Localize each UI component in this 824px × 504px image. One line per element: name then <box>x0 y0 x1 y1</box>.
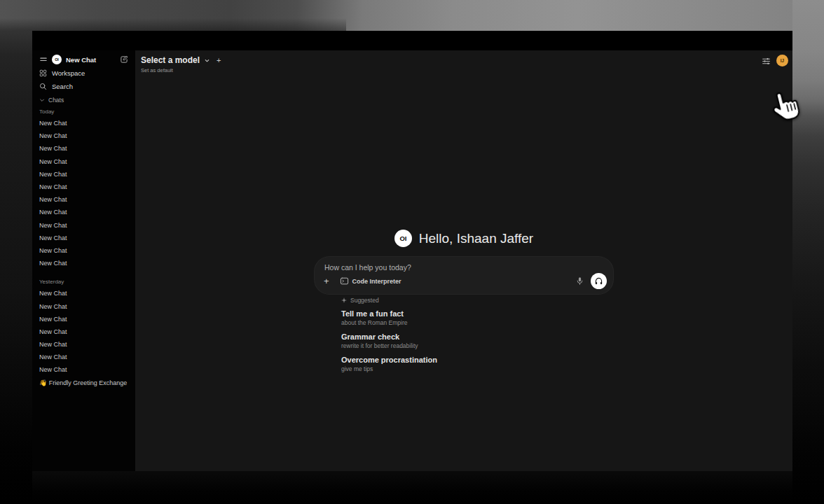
chats-section-toggle[interactable]: Chats <box>32 95 135 105</box>
chat-list-item[interactable]: New Chat <box>32 300 135 312</box>
chat-title: New Chat <box>39 366 67 373</box>
desktop-backdrop-right <box>792 0 824 504</box>
chat-list-yesterday: New Chat New Chat New Chat New Chat New … <box>32 287 135 389</box>
app-window: OI New Chat Workspace Searc <box>32 31 792 471</box>
code-interpreter-icon <box>340 276 349 286</box>
chat-group-label-today: Today <box>32 107 135 115</box>
main-area: Select a model + Set as default IJ OI He… <box>135 50 792 471</box>
chat-title: New Chat <box>39 120 67 127</box>
chat-list-item[interactable]: New Chat <box>32 130 135 142</box>
chat-list-item[interactable]: New Chat <box>32 117 135 130</box>
chat-list-item[interactable]: New Chat <box>32 168 135 181</box>
chat-list-item[interactable]: New Chat <box>32 326 135 338</box>
chat-list-item[interactable]: New Chat <box>32 351 135 363</box>
sidebar-item-label: Search <box>52 83 73 90</box>
chat-list-item[interactable]: New Chat <box>32 142 135 155</box>
sidebar-item-search[interactable]: Search <box>32 80 135 93</box>
suggested-prompt-subtitle: rewrite it for better readability <box>341 342 643 349</box>
workspace-grid-icon <box>39 69 47 77</box>
window-titlebar <box>32 31 792 50</box>
headphones-icon <box>594 276 603 286</box>
sidebar-toggle-icon[interactable] <box>39 55 48 64</box>
sidebar: OI New Chat Workspace Searc <box>32 50 135 471</box>
chat-list-item[interactable]: New Chat <box>32 155 135 168</box>
chat-title: New Chat <box>39 260 67 267</box>
suggested-list: Tell me a fun fact about the Roman Empir… <box>341 309 643 372</box>
sidebar-item-label: Workspace <box>52 69 85 77</box>
suggested-prompt[interactable]: Tell me a fun fact about the Roman Empir… <box>341 309 643 326</box>
suggested-prompt[interactable]: Grammar check rewrite it for better read… <box>341 332 643 349</box>
desktop-backdrop-left <box>0 31 32 504</box>
chat-title: New Chat <box>39 222 67 229</box>
chat-group-label-yesterday: Yesterday <box>32 277 135 286</box>
message-input[interactable] <box>324 263 571 274</box>
chat-title: New Chat <box>39 234 67 241</box>
model-selector[interactable]: Select a model + <box>141 55 221 65</box>
microphone-icon[interactable] <box>575 276 584 286</box>
app-logo-icon: OI <box>52 55 62 64</box>
chat-list-item[interactable]: New Chat <box>32 338 135 351</box>
sidebar-title: New Chat <box>66 56 116 64</box>
suggested-prompt[interactable]: Overcome procrastination give me tips <box>341 356 643 372</box>
desktop-backdrop-top <box>0 0 824 31</box>
chat-list-item[interactable]: New Chat <box>32 363 135 376</box>
sparkle-icon <box>341 298 347 303</box>
suggested-prompt-title: Grammar check <box>341 332 643 341</box>
chat-list-item[interactable]: New Chat <box>32 206 135 218</box>
set-as-default-button[interactable]: Set as default <box>141 67 173 74</box>
attach-plus-button[interactable]: + <box>324 276 329 286</box>
chat-title: New Chat <box>39 171 67 178</box>
suggested-label: Suggested <box>350 297 379 304</box>
chat-list-item[interactable]: New Chat <box>32 313 135 326</box>
model-selector-label: Select a model <box>141 55 200 65</box>
chat-list-item[interactable]: New Chat <box>32 181 135 193</box>
suggested-prompts: Suggested Tell me a fun fact about the R… <box>341 297 643 379</box>
sidebar-item-workspace[interactable]: Workspace <box>32 66 135 80</box>
chat-title: New Chat <box>39 247 67 254</box>
suggested-prompt-title: Overcome procrastination <box>341 356 643 364</box>
code-interpreter-label: Code Interpreter <box>352 278 401 285</box>
chat-title: New Chat <box>39 132 67 139</box>
controls-sliders-icon[interactable] <box>762 57 771 66</box>
suggested-prompt-subtitle: about the Roman Empire <box>341 319 643 326</box>
chat-list-item[interactable]: New Chat <box>32 257 135 270</box>
chat-title: New Chat <box>39 145 67 152</box>
chat-list-item[interactable]: New Chat <box>32 287 135 300</box>
message-composer: + Code Interpreter <box>314 256 614 295</box>
chevron-down-icon <box>204 57 210 64</box>
new-chat-icon[interactable] <box>120 55 128 64</box>
suggested-prompt-title: Tell me a fun fact <box>341 309 643 318</box>
chat-list-item[interactable]: New Chat <box>32 244 135 257</box>
chat-title: 👋 Friendly Greeting Exchange <box>39 379 127 386</box>
desktop-backdrop-bottom <box>32 471 792 504</box>
chat-title: New Chat <box>39 354 67 360</box>
chat-title: New Chat <box>39 316 67 323</box>
chat-title: New Chat <box>39 209 67 216</box>
chat-title: New Chat <box>39 328 67 335</box>
greeting-text: Hello, Ishaan Jaffer <box>419 231 533 246</box>
screen: OI New Chat Workspace Searc <box>0 0 824 504</box>
search-icon <box>39 83 47 90</box>
chat-list-item[interactable]: New Chat <box>32 219 135 232</box>
suggested-prompt-subtitle: give me tips <box>341 365 643 372</box>
code-interpreter-toggle[interactable]: Code Interpreter <box>340 276 401 286</box>
user-avatar[interactable]: IJ <box>776 55 788 66</box>
chat-title: New Chat <box>39 196 67 203</box>
chat-list-item[interactable]: New Chat <box>32 193 135 206</box>
voice-mode-button[interactable] <box>591 273 607 289</box>
chat-title: New Chat <box>39 158 67 165</box>
chats-section-label: Chats <box>48 97 64 104</box>
add-model-button[interactable]: + <box>217 56 221 64</box>
chat-list-today: New Chat New Chat New Chat New Chat New … <box>32 117 135 270</box>
app-logo-icon: OI <box>394 230 412 247</box>
chat-title: New Chat <box>39 183 67 190</box>
chat-list-item[interactable]: 👋 Friendly Greeting Exchange <box>32 377 135 389</box>
chat-title: New Chat <box>39 303 67 310</box>
chat-title: New Chat <box>39 341 67 348</box>
chat-title: New Chat <box>39 290 67 297</box>
chat-list-item[interactable]: New Chat <box>32 232 135 244</box>
chevron-down-icon <box>39 97 45 103</box>
